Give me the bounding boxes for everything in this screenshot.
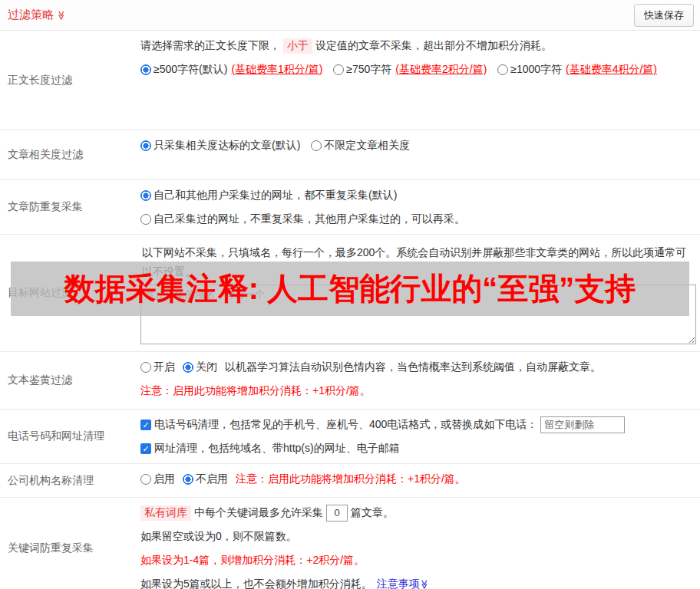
topbar: 过滤策略 ≫ 快速保存 — [0, 0, 700, 31]
private-lexicon-chip: 私有词库 — [140, 505, 191, 521]
radio-selected-icon[interactable] — [183, 362, 193, 373]
radio-company-enable[interactable]: 启用 — [140, 472, 175, 486]
radio-porn-off[interactable]: 关闭 — [183, 360, 217, 374]
filter-strategy-page: 过滤策略 ≫ 快速保存 正文长度过滤 请选择需求的正文长度下限， 小于 设定值的… — [0, 0, 700, 589]
row-label: 关键词防重复采集 — [0, 498, 138, 589]
porn-filter-desc: 以机器学习算法自动识别色情内容，当色情概率达到系统阈值，自动屏蔽文章。 — [225, 360, 601, 374]
radio-relevance-default[interactable]: 只采集相关度达标的文章(默认) — [140, 133, 300, 157]
radio-company-disable[interactable]: 不启用 — [183, 472, 228, 486]
radio-icon[interactable] — [333, 64, 344, 75]
porn-filter-options: 开启 关闭 以机器学习算法自动识别色情内容，当色情概率达到系统阈值，自动屏蔽文章… — [140, 355, 696, 379]
row-content: 私有词库 中每个关键词最多允许采集 篇文章。 如果留空或设为0，则不限篇数。 如… — [138, 498, 700, 589]
row-content-length-filter: 正文长度过滤 请选择需求的正文长度下限， 小于 设定值的文章不采集，超出部分不增… — [0, 31, 700, 130]
radio-dedup-self-only[interactable]: 自己采集过的网址，不重复采集，其他用户采集过的，可以再采。 — [140, 207, 465, 231]
radio-length-750[interactable]: ≥750字符 (基础费率2积分/篇) — [333, 58, 487, 81]
company-cleanup-cost-note: 注意：启用此功能将增加积分消耗：+1积分/篇。 — [236, 472, 466, 486]
company-cleanup-options: 启用 不启用 注意：启用此功能将增加积分消耗：+1积分/篇。 — [140, 467, 696, 491]
row-dedup-collect: 文章防重复采集 自己和其他用户采集过的网址，都不重复采集(默认) 自己采集过的网… — [0, 180, 700, 235]
phone-cleanup-line: ✓ 电话号码清理，包括常见的手机号、座机号、400电话格式，或替换成如下电话： — [140, 413, 696, 436]
fee-note: (基础费率4积分/篇) — [566, 63, 657, 77]
url-cleanup-checkbox[interactable]: ✓ — [140, 443, 151, 454]
target-site-desc: 以下网站不采集，只填域名，每行一个，最多200个。系统会自动识别并屏蔽那些非文章… — [142, 243, 696, 281]
row-label: 公司机构名称清理 — [0, 464, 138, 497]
chevron-down-icon: ≫ — [420, 579, 429, 589]
keyword-limit-input[interactable] — [326, 505, 348, 522]
keyword-note-unlimited: 如果留空或设为0，则不限篇数。 — [140, 525, 696, 548]
row-content: 启用 不启用 注意：启用此功能将增加积分消耗：+1积分/篇。 — [138, 464, 700, 497]
radio-length-1000[interactable]: ≥1000字符 (基础费率4积分/篇) — [497, 58, 657, 81]
phone-cleanup-label: 电话号码清理，包括常见的手机号、座机号、400电话格式，或替换成如下电话： — [154, 418, 537, 432]
row-label: 正文长度过滤 — [0, 31, 138, 130]
length-filter-desc: 请选择需求的正文长度下限， 小于 设定值的文章不采集，超出部分不增加积分消耗。 — [140, 34, 696, 58]
radio-selected-icon[interactable] — [140, 190, 151, 201]
keyword-note-free-line: 如果设为5篇或以上，也不会额外增加积分消耗。 注意事项 ≫ — [140, 572, 696, 589]
row-content: 请选择需求的正文长度下限， 小于 设定值的文章不采集，超出部分不增加积分消耗。 … — [138, 31, 700, 130]
url-cleanup-label: 网址清理，包括纯域名、带http(s)的网址、电子邮箱 — [154, 442, 400, 456]
row-content: ✓ 电话号码清理，包括常见的手机号、座机号、400电话格式，或替换成如下电话： … — [138, 410, 700, 463]
quick-save-button[interactable]: 快速保存 — [634, 4, 694, 27]
row-company-name-cleanup: 公司机构名称清理 启用 不启用 注意：启用此功能将增加积分消耗：+1积分/篇。 — [0, 464, 700, 498]
row-label: 目标网站过滤 — [0, 235, 138, 351]
row-porn-filter: 文本鉴黄过滤 开启 关闭 以机器学习算法自动识别色情内容，当色情概率达到系统阈值… — [0, 352, 700, 410]
radio-length-500[interactable]: ≥500字符(默认) (基础费率1积分/篇) — [140, 58, 322, 81]
keyword-note-cost: 如果设为1-4篇，则增加积分消耗：+2积分/篇。 — [140, 548, 696, 572]
radio-dedup-all-users[interactable]: 自己和其他用户采集过的网址，都不重复采集(默认) — [140, 183, 397, 207]
fee-note: (基础费率1积分/篇) — [231, 63, 322, 77]
row-content: 自己和其他用户采集过的网址，都不重复采集(默认) 自己采集过的网址，不重复采集，… — [138, 180, 700, 234]
row-phone-url-cleanup: 电话号码和网址清理 ✓ 电话号码清理，包括常见的手机号、座机号、400电话格式，… — [0, 410, 700, 464]
radio-icon[interactable] — [140, 362, 151, 373]
row-label: 文章防重复采集 — [0, 180, 138, 234]
section-title-label: 过滤策略 — [8, 8, 54, 22]
less-than-chip: 小于 — [283, 38, 312, 54]
row-target-site-filter: 目标网站过滤 以下网站不采集，只填域名，每行一个，最多200个。系统会自动识别并… — [0, 235, 700, 352]
fee-note: (基础费率2积分/篇) — [395, 63, 487, 77]
radio-selected-icon[interactable] — [183, 474, 193, 485]
row-content: 以下网站不采集，只填域名，每行一个，最多200个。系统会自动识别并屏蔽那些非文章… — [138, 235, 700, 351]
radio-porn-on[interactable]: 开启 — [140, 360, 175, 374]
radio-icon[interactable] — [497, 64, 508, 75]
radio-icon[interactable] — [140, 214, 151, 225]
row-label: 文章相关度过滤 — [0, 130, 138, 179]
row-relevance-filter: 文章相关度过滤 只采集相关度达标的文章(默认) 不限定文章相关度 — [0, 130, 700, 180]
phone-cleanup-checkbox[interactable]: ✓ — [140, 420, 151, 430]
radio-selected-icon[interactable] — [140, 140, 151, 151]
replacement-phone-input[interactable] — [540, 416, 625, 433]
row-label: 文本鉴黄过滤 — [0, 352, 138, 409]
row-keyword-dedup: 关键词防重复采集 私有词库 中每个关键词最多允许采集 篇文章。 如果留空或设为0… — [0, 498, 700, 589]
radio-icon[interactable] — [140, 474, 151, 485]
porn-filter-cost-note: 注意：启用此功能将增加积分消耗：+1积分/篇。 — [140, 379, 696, 403]
radio-selected-icon[interactable] — [140, 64, 151, 75]
chevron-down-icon: ≫ — [57, 10, 66, 20]
radio-icon[interactable] — [311, 140, 322, 151]
section-title-filter-strategy[interactable]: 过滤策略 ≫ — [8, 8, 67, 22]
row-label: 电话号码和网址清理 — [0, 410, 138, 463]
keyword-limit-line: 私有词库 中每个关键词最多允许采集 篇文章。 — [140, 501, 696, 525]
blocked-domains-textarea[interactable] — [140, 285, 696, 344]
row-content: 开启 关闭 以机器学习算法自动识别色情内容，当色情概率达到系统阈值，自动屏蔽文章… — [138, 352, 700, 409]
notes-link[interactable]: 注意事项 ≫ — [377, 577, 430, 589]
row-content: 只采集相关度达标的文章(默认) 不限定文章相关度 — [138, 130, 700, 179]
radio-relevance-unlimited[interactable]: 不限定文章相关度 — [311, 133, 410, 157]
url-cleanup-line: ✓ 网址清理，包括纯域名、带http(s)的网址、电子邮箱 — [140, 436, 696, 460]
